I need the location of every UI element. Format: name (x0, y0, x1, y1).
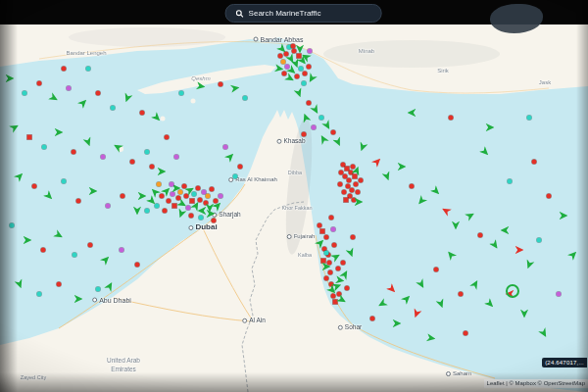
vessel-marker[interactable] (145, 209, 150, 214)
vessel-marker[interactable] (345, 286, 350, 291)
vessel-marker[interactable] (120, 248, 124, 253)
vessel-marker[interactable] (281, 60, 286, 65)
vessel-marker[interactable] (430, 185, 443, 198)
vessel-marker[interactable] (320, 229, 325, 234)
vessel-marker[interactable] (435, 298, 447, 310)
vessel-marker[interactable] (303, 72, 308, 76)
vessel-marker[interactable] (62, 67, 67, 72)
vessel-marker[interactable] (198, 198, 203, 203)
vessel-marker[interactable] (416, 278, 427, 290)
vessel-marker[interactable] (296, 45, 305, 54)
vessel-marker[interactable] (538, 327, 550, 339)
vessel-marker[interactable] (324, 235, 329, 240)
vessel-marker[interactable] (354, 182, 359, 187)
vessel-marker[interactable] (489, 239, 502, 252)
vessel-marker[interactable] (100, 254, 113, 267)
vessel-marker[interactable] (508, 179, 513, 184)
vessel-marker[interactable] (567, 249, 580, 262)
vessel-marker[interactable] (96, 287, 101, 292)
vessel-marker[interactable] (336, 267, 341, 271)
vessel-marker[interactable] (464, 331, 468, 336)
vessel-marker[interactable] (86, 67, 91, 72)
vessel-marker[interactable] (347, 178, 352, 183)
vessel-marker[interactable] (214, 199, 219, 204)
vessel-marker[interactable] (459, 292, 464, 297)
vessel-marker[interactable] (434, 268, 439, 272)
vessel-marker[interactable] (243, 96, 248, 101)
vessel-marker[interactable] (293, 87, 305, 99)
vessel-marker[interactable] (238, 165, 243, 170)
vessel-marker[interactable] (324, 251, 329, 256)
vessel-marker[interactable] (111, 106, 116, 111)
vessel-marker[interactable] (328, 270, 333, 275)
vessel-marker[interactable] (344, 198, 349, 203)
vessel-marker[interactable] (338, 182, 343, 187)
vessel-marker[interactable] (410, 184, 415, 189)
vessel-marker[interactable] (469, 278, 481, 290)
vessel-marker[interactable] (233, 174, 238, 179)
vessel-marker[interactable] (342, 190, 347, 195)
vessel-marker[interactable] (32, 184, 37, 189)
vessel-marker[interactable] (291, 44, 296, 49)
vessel-marker[interactable] (24, 236, 32, 245)
vessel-marker[interactable] (121, 194, 125, 199)
vessel-marker[interactable] (190, 199, 195, 204)
vessel-marker[interactable] (37, 81, 42, 86)
vessel-marker[interactable] (416, 195, 428, 208)
vessel-marker[interactable] (401, 293, 414, 306)
vessel-marker[interactable] (199, 216, 204, 220)
vessel-marker[interactable] (155, 204, 160, 209)
vessel-marker[interactable] (163, 209, 168, 214)
vessel-marker[interactable] (41, 248, 46, 253)
vessel-marker[interactable] (212, 219, 217, 223)
vessel-marker[interactable] (329, 216, 334, 220)
vessel-marker[interactable] (175, 208, 187, 220)
vessel-marker[interactable] (285, 65, 290, 70)
vessel-marker[interactable] (532, 160, 537, 165)
vessel-marker[interactable] (179, 91, 184, 96)
vessel-marker[interactable] (318, 133, 329, 145)
vessel-marker[interactable] (186, 206, 191, 211)
vessel-marker[interactable] (82, 136, 94, 148)
vessel-marker[interactable] (160, 194, 165, 199)
vessel-marker[interactable] (353, 174, 358, 179)
vessel-marker[interactable] (331, 227, 336, 232)
map-attribution[interactable]: Leaflet | © Mapbox © OpenStreetMap (484, 379, 588, 388)
vessel-marker[interactable] (319, 116, 324, 121)
vessel-marker[interactable] (310, 104, 321, 116)
vessel-marker[interactable] (547, 194, 552, 199)
vessel-marker[interactable] (307, 65, 312, 70)
vessel-marker[interactable] (42, 145, 47, 150)
vessel-marker[interactable] (302, 132, 307, 137)
vessel-marker[interactable] (101, 155, 106, 160)
vessel-marker[interactable] (135, 263, 140, 268)
vessel-marker[interactable] (206, 204, 215, 213)
vessel-marker[interactable] (106, 204, 111, 209)
vessel-marker[interactable] (53, 229, 65, 241)
vessel-marker[interactable] (182, 184, 187, 189)
vessel-marker[interactable] (170, 182, 174, 187)
vessel-marker[interactable] (381, 171, 393, 182)
vessel-marker[interactable] (376, 298, 388, 310)
vessel-marker[interactable] (307, 101, 312, 106)
vessel-marker[interactable] (72, 150, 76, 155)
vessel-marker[interactable] (43, 190, 56, 203)
vessel-marker[interactable] (158, 168, 167, 176)
vessel-marker[interactable] (284, 52, 289, 57)
vessel-marker[interactable] (62, 179, 67, 184)
vessel-marker[interactable] (57, 282, 62, 287)
vessel-marker[interactable] (341, 261, 346, 266)
vessel-marker[interactable] (327, 261, 332, 266)
vessel-marker[interactable] (76, 199, 81, 204)
vessel-marker[interactable] (282, 72, 287, 76)
vessel-marker[interactable] (520, 310, 529, 318)
vessel-marker[interactable] (297, 54, 302, 59)
vessel-marker[interactable] (150, 165, 155, 170)
vessel-marker[interactable] (445, 249, 458, 262)
vessel-markers-layer[interactable] (0, 0, 588, 392)
vessel-marker[interactable] (89, 187, 98, 196)
vessel-marker[interactable] (189, 214, 194, 219)
vessel-marker[interactable] (302, 81, 307, 86)
vessel-marker[interactable] (452, 221, 461, 230)
vessel-marker[interactable] (426, 333, 436, 343)
